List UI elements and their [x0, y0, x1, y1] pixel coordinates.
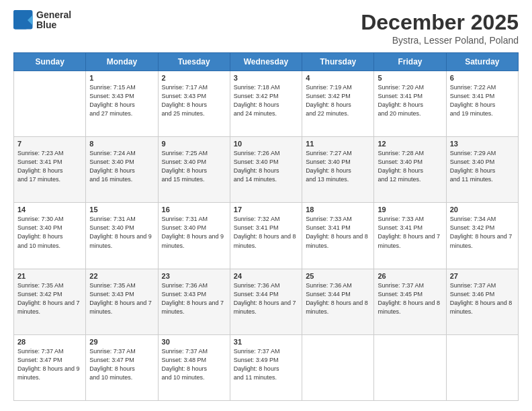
calendar-week-row: 28 Sunrise: 7:37 AM Sunset: 3:47 PM Dayl…: [14, 334, 519, 400]
calendar-cell: [14, 71, 86, 137]
calendar-cell: 3 Sunrise: 7:18 AM Sunset: 3:42 PM Dayli…: [230, 71, 302, 137]
day-info: Sunrise: 7:23 AM Sunset: 3:41 PM Dayligh…: [17, 149, 82, 184]
day-info: Sunrise: 7:34 AM Sunset: 3:42 PM Dayligh…: [450, 215, 515, 250]
calendar-week-row: 1 Sunrise: 7:15 AM Sunset: 3:43 PM Dayli…: [14, 71, 519, 137]
calendar-week-row: 21 Sunrise: 7:35 AM Sunset: 3:42 PM Dayl…: [14, 269, 519, 334]
day-number: 20: [450, 205, 515, 214]
calendar-cell: 16 Sunrise: 7:31 AM Sunset: 3:40 PM Dayl…: [158, 203, 230, 269]
calendar-cell: 12 Sunrise: 7:28 AM Sunset: 3:40 PM Dayl…: [374, 137, 446, 203]
logo-icon: [13, 10, 34, 30]
logo-line2: Blue: [36, 20, 71, 30]
day-number: 3: [234, 74, 298, 82]
calendar-cell: [446, 334, 518, 400]
weekday-header: Saturday: [446, 53, 518, 71]
calendar-cell: 20 Sunrise: 7:34 AM Sunset: 3:42 PM Dayl…: [446, 203, 518, 269]
day-number: 13: [450, 140, 515, 148]
calendar-cell: 13 Sunrise: 7:29 AM Sunset: 3:40 PM Dayl…: [446, 137, 518, 203]
calendar-cell: 31 Sunrise: 7:37 AM Sunset: 3:49 PM Dayl…: [230, 334, 302, 400]
day-number: 27: [450, 272, 515, 280]
calendar-week-row: 7 Sunrise: 7:23 AM Sunset: 3:41 PM Dayli…: [14, 137, 519, 203]
weekday-header: Friday: [374, 53, 446, 71]
day-info: Sunrise: 7:37 AM Sunset: 3:49 PM Dayligh…: [234, 347, 298, 382]
day-number: 31: [234, 338, 298, 346]
day-info: Sunrise: 7:20 AM Sunset: 3:41 PM Dayligh…: [378, 83, 442, 118]
calendar-week-row: 14 Sunrise: 7:30 AM Sunset: 3:40 PM Dayl…: [14, 203, 519, 269]
calendar-cell: 11 Sunrise: 7:27 AM Sunset: 3:40 PM Dayl…: [302, 137, 374, 203]
day-info: Sunrise: 7:33 AM Sunset: 3:41 PM Dayligh…: [378, 215, 442, 250]
weekday-header: Thursday: [302, 53, 374, 71]
day-number: 2: [162, 74, 226, 82]
day-number: 23: [162, 272, 226, 280]
day-info: Sunrise: 7:18 AM Sunset: 3:42 PM Dayligh…: [234, 83, 298, 118]
day-info: Sunrise: 7:19 AM Sunset: 3:42 PM Dayligh…: [306, 83, 370, 118]
calendar-cell: 6 Sunrise: 7:22 AM Sunset: 3:41 PM Dayli…: [446, 71, 518, 137]
weekday-header: Monday: [86, 53, 158, 71]
day-info: Sunrise: 7:37 AM Sunset: 3:48 PM Dayligh…: [162, 347, 226, 382]
weekday-header: Tuesday: [158, 53, 230, 71]
day-info: Sunrise: 7:25 AM Sunset: 3:40 PM Dayligh…: [162, 149, 226, 184]
day-number: 21: [17, 272, 82, 280]
calendar-cell: 18 Sunrise: 7:33 AM Sunset: 3:41 PM Dayl…: [302, 203, 374, 269]
calendar-cell: 10 Sunrise: 7:26 AM Sunset: 3:40 PM Dayl…: [230, 137, 302, 203]
day-info: Sunrise: 7:15 AM Sunset: 3:43 PM Dayligh…: [89, 83, 154, 118]
day-number: 5: [378, 74, 442, 82]
day-info: Sunrise: 7:33 AM Sunset: 3:41 PM Dayligh…: [306, 215, 370, 250]
calendar-cell: 26 Sunrise: 7:37 AM Sunset: 3:45 PM Dayl…: [374, 269, 446, 334]
calendar-cell: 23 Sunrise: 7:36 AM Sunset: 3:43 PM Dayl…: [158, 269, 230, 334]
day-info: Sunrise: 7:37 AM Sunset: 3:47 PM Dayligh…: [17, 347, 82, 382]
weekday-header: Wednesday: [230, 53, 302, 71]
day-number: 15: [89, 205, 154, 214]
calendar-cell: 4 Sunrise: 7:19 AM Sunset: 3:42 PM Dayli…: [302, 71, 374, 137]
header: General Blue December 2025 Bystra, Lesse…: [13, 10, 519, 46]
day-info: Sunrise: 7:37 AM Sunset: 3:46 PM Dayligh…: [450, 281, 515, 316]
day-info: Sunrise: 7:22 AM Sunset: 3:41 PM Dayligh…: [450, 83, 515, 118]
day-info: Sunrise: 7:31 AM Sunset: 3:40 PM Dayligh…: [162, 215, 226, 250]
day-info: Sunrise: 7:35 AM Sunset: 3:43 PM Dayligh…: [89, 281, 154, 316]
calendar-cell: 22 Sunrise: 7:35 AM Sunset: 3:43 PM Dayl…: [86, 269, 158, 334]
calendar-cell: 19 Sunrise: 7:33 AM Sunset: 3:41 PM Dayl…: [374, 203, 446, 269]
day-info: Sunrise: 7:26 AM Sunset: 3:40 PM Dayligh…: [234, 149, 298, 184]
day-number: 22: [89, 272, 154, 280]
day-info: Sunrise: 7:32 AM Sunset: 3:41 PM Dayligh…: [234, 215, 298, 250]
day-number: 6: [450, 74, 515, 82]
day-number: 10: [234, 140, 298, 148]
calendar-cell: 27 Sunrise: 7:37 AM Sunset: 3:46 PM Dayl…: [446, 269, 518, 334]
calendar-cell: 15 Sunrise: 7:31 AM Sunset: 3:40 PM Dayl…: [86, 203, 158, 269]
title-section: December 2025 Bystra, Lesser Poland, Pol…: [361, 10, 519, 46]
day-number: 17: [234, 205, 298, 214]
day-number: 26: [378, 272, 442, 280]
day-number: 1: [89, 74, 154, 82]
day-info: Sunrise: 7:28 AM Sunset: 3:40 PM Dayligh…: [378, 149, 442, 184]
calendar-cell: 30 Sunrise: 7:37 AM Sunset: 3:48 PM Dayl…: [158, 334, 230, 400]
calendar-cell: 5 Sunrise: 7:20 AM Sunset: 3:41 PM Dayli…: [374, 71, 446, 137]
day-number: 28: [17, 338, 82, 346]
calendar-cell: 1 Sunrise: 7:15 AM Sunset: 3:43 PM Dayli…: [86, 71, 158, 137]
day-number: 12: [378, 140, 442, 148]
day-info: Sunrise: 7:27 AM Sunset: 3:40 PM Dayligh…: [306, 149, 370, 184]
location-subtitle: Bystra, Lesser Poland, Poland: [361, 35, 519, 46]
calendar-cell: [302, 334, 374, 400]
day-info: Sunrise: 7:37 AM Sunset: 3:47 PM Dayligh…: [89, 347, 154, 382]
day-number: 29: [89, 338, 154, 346]
day-info: Sunrise: 7:30 AM Sunset: 3:40 PM Dayligh…: [17, 215, 82, 250]
day-number: 11: [306, 140, 370, 148]
day-info: Sunrise: 7:36 AM Sunset: 3:44 PM Dayligh…: [306, 281, 370, 316]
day-info: Sunrise: 7:17 AM Sunset: 3:43 PM Dayligh…: [162, 83, 226, 118]
calendar-header-row: SundayMondayTuesdayWednesdayThursdayFrid…: [14, 53, 519, 71]
logo-line1: General: [36, 10, 71, 20]
day-number: 25: [306, 272, 370, 280]
day-info: Sunrise: 7:29 AM Sunset: 3:40 PM Dayligh…: [450, 149, 515, 184]
svg-rect-2: [13, 10, 28, 30]
day-info: Sunrise: 7:37 AM Sunset: 3:45 PM Dayligh…: [378, 281, 442, 316]
logo-text: General Blue: [36, 10, 71, 31]
calendar-cell: 7 Sunrise: 7:23 AM Sunset: 3:41 PM Dayli…: [14, 137, 86, 203]
day-number: 7: [17, 140, 82, 148]
day-number: 18: [306, 205, 370, 214]
calendar-cell: 17 Sunrise: 7:32 AM Sunset: 3:41 PM Dayl…: [230, 203, 302, 269]
day-number: 16: [162, 205, 226, 214]
calendar-cell: 24 Sunrise: 7:36 AM Sunset: 3:44 PM Dayl…: [230, 269, 302, 334]
day-info: Sunrise: 7:36 AM Sunset: 3:44 PM Dayligh…: [234, 281, 298, 316]
calendar-cell: 14 Sunrise: 7:30 AM Sunset: 3:40 PM Dayl…: [14, 203, 86, 269]
page: General Blue December 2025 Bystra, Lesse…: [0, 0, 532, 411]
day-number: 24: [234, 272, 298, 280]
